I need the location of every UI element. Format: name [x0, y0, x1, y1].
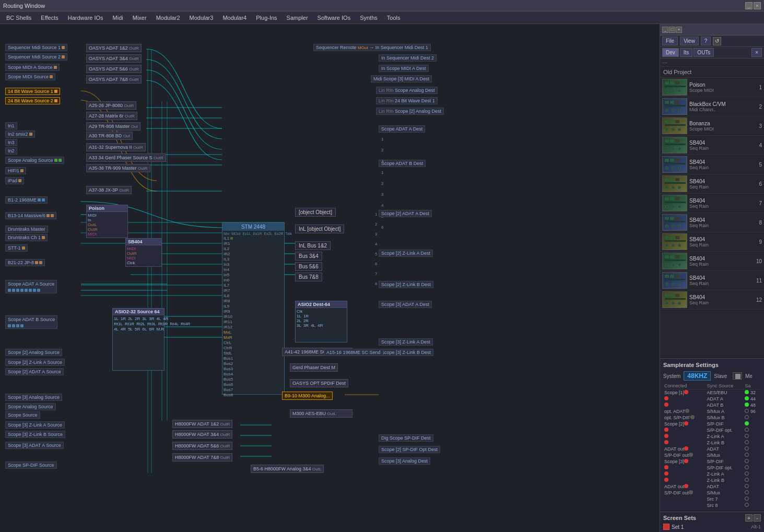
slave-toggle[interactable] — [733, 372, 742, 380]
close-panel-btn[interactable]: × — [751, 48, 762, 57]
sync-source-7[interactable]: Z-Link A — [706, 433, 744, 440]
menu-modular3[interactable]: Modular3 — [185, 14, 218, 22]
scope-adat-b-source[interactable]: Scope ADAT B Source — [5, 315, 57, 329]
sync-source-8[interactable]: Z-Link B — [706, 440, 744, 446]
scope2-adat-a-source[interactable]: Scope [2] ADAT A Source — [5, 368, 64, 375]
menu-plug-ins[interactable]: Plug-Ins — [252, 14, 281, 22]
sync-source-13[interactable]: Z-Link A — [706, 471, 744, 477]
m300-aes-ebu[interactable]: M300 AES-EBU OutL — [290, 409, 352, 418]
sync-source-10[interactable]: S/Mux — [706, 452, 744, 458]
device-item-7[interactable]: SB404Seq Rain8 — [660, 213, 764, 232]
a30-tr808-bd[interactable]: A30 TR-808 BD Out — [86, 132, 133, 140]
sync-radio-11[interactable] — [745, 459, 749, 463]
sync-radio-7[interactable] — [745, 434, 749, 438]
menu-effects[interactable]: Effects — [37, 14, 62, 22]
h8000fw-adat-7-8[interactable]: H8000FW ADAT 7&8 OutR — [172, 453, 232, 462]
sync-source-16[interactable]: S/Mux — [706, 490, 744, 496]
sync-radio-10[interactable] — [745, 453, 749, 457]
scope3-zlink-b-source[interactable]: Scope [3] Z-Link B Source — [5, 431, 65, 438]
a35-36-tr909[interactable]: A35-36 TR-909 Master OutR — [86, 164, 150, 172]
sync-radio-14[interactable] — [745, 478, 749, 482]
a27-28-matrix-6r[interactable]: A27-28 Matrix 6r OutR — [86, 112, 137, 120]
in-scope-midi-a-dest[interactable]: In Scope MIDI A Dest — [379, 65, 429, 72]
asio2-32-source[interactable]: ASIO2-32 Source 64 1L1R2L2R3L3R4L4R Rt1L… — [112, 308, 164, 371]
stm-2448-module[interactable]: STM 2448 MinMOutEx1LEx1REx2LEx2RTalk IL1… — [222, 222, 285, 395]
ipad-source[interactable]: iPad — [5, 177, 24, 184]
in1-source[interactable]: In1 — [5, 122, 17, 129]
drumtraks-master-source[interactable]: Drumtraks Master — [5, 226, 48, 233]
menu-software-ios[interactable]: Software IOs — [313, 14, 355, 22]
b13-14-massive-source[interactable]: B13-14 Massive/6 — [5, 212, 56, 219]
sync-radio-8[interactable] — [745, 440, 749, 444]
scope-midi-a-source[interactable]: Scope MIDI A Source — [5, 64, 60, 71]
sync-radio-18[interactable] — [745, 503, 749, 507]
scope2-zlink-a-source[interactable]: Scope [2] Z-Link A Source — [5, 359, 65, 366]
oasys-adat-5-6[interactable]: OASYS ADAT 5&6 OutR — [86, 65, 142, 73]
gerd-phaser-dest[interactable]: Gerd Phaser Dest M — [290, 363, 338, 372]
sync-source-15[interactable]: ADAT — [706, 483, 744, 490]
sync-source-17[interactable]: Src 7 — [706, 496, 744, 502]
right-close-btn[interactable]: × — [676, 27, 682, 33]
sync-radio-3[interactable] — [745, 409, 749, 413]
menu-modular4[interactable]: Modular4 — [218, 14, 251, 22]
sync-radio-12[interactable] — [745, 465, 749, 469]
menu-tools[interactable]: Tools — [383, 14, 405, 22]
sync-source-0[interactable]: AES/EBU — [706, 389, 744, 396]
scope2-spdif-opt-dest[interactable]: Scope [2] SP-DIF Opt Dest — [379, 446, 440, 453]
sb404-module-1[interactable]: SB404 MIDI OutR MIDI Clck — [125, 238, 162, 267]
24-bit-wave-dest-1[interactable]: Lin RIn 24 Bit Wave Dest 1 — [376, 97, 438, 104]
oasys-adat-3-4[interactable]: OASYS ADAT 3&4 OutR — [86, 54, 142, 63]
drumtraks-ch1-source[interactable]: Drumtraks Ch 1 — [5, 234, 48, 241]
h8000fw-adat-5-6[interactable]: H8000FW ADAT 5&6 OutR — [172, 442, 232, 450]
routing-area[interactable]: Sequencer Midi Source 1 Sequencer Midi S… — [0, 24, 660, 532]
sync-radio-6[interactable] — [745, 428, 749, 432]
scope-analog-source[interactable]: Scope Analog Source — [5, 157, 64, 164]
scope2-zlink-b-dest[interactable]: Scope [2] Z-Link B Dest — [379, 281, 433, 288]
device-item-4[interactable]: SB404Seq Rain5 — [660, 155, 764, 174]
a25-26-jp8080[interactable]: A25-26 JP-8080 OutR — [86, 101, 136, 110]
right-minimize-btn[interactable]: _ — [662, 27, 668, 33]
scope3-zlink-a-dest[interactable]: Scope [3] Z-Link A Dest — [379, 338, 433, 346]
a33-34-gerd-phaser[interactable]: A33 34 Gerd Phaser Source S OutR — [86, 153, 166, 162]
in3-source[interactable]: In3 — [5, 139, 17, 146]
b21-22-jp8-source[interactable]: B21-22 JP-8 — [5, 259, 45, 266]
bus-5-6[interactable]: Bus 5&6 — [295, 262, 322, 271]
bus-7-8[interactable]: Bus 7&8 — [295, 273, 322, 281]
device-item-3[interactable]: SB404Seq Rain4 — [660, 136, 764, 155]
a37-38-jx3p[interactable]: A37-38 JX-3P OutR — [86, 186, 132, 194]
sync-source-12[interactable]: S/P-DIF opt. — [706, 465, 744, 471]
scope-spdif-dest[interactable]: Dig Scope SP-DIF Dest — [379, 434, 433, 442]
oasys-adat-1-2[interactable]: OASYS ADAT 1&2 OutR — [86, 44, 142, 52]
h8000fw-adat-1-2[interactable]: H8000FW ADAT 1&2 OutR — [172, 420, 232, 428]
sequencer-midi-source-1[interactable]: Sequencer Midi Source 1 — [5, 44, 67, 51]
midi-scope3-midi-a-dest[interactable]: Midi Scope [3] MIDI A Dest — [371, 75, 432, 82]
sync-source-6[interactable]: S/P-DIF opt. — [706, 427, 744, 433]
sync-source-14[interactable]: Z-Link B — [706, 477, 744, 483]
sync-source-9[interactable]: ADAT — [706, 446, 744, 452]
sync-source-11[interactable]: S/P-DIF — [706, 458, 744, 465]
sync-radio-17[interactable] — [745, 496, 749, 501]
file-button[interactable]: File — [662, 37, 678, 45]
xite-phones[interactable]: [object Object] — [295, 208, 336, 217]
asio2-dest[interactable]: ASIO2 Dest-64 Clk 1L1R 2L2R 3L3R4L4R — [295, 301, 347, 342]
sync-radio-15[interactable] — [745, 484, 749, 488]
a29-tr808-master[interactable]: A29 TR-808 Master Out — [86, 122, 140, 131]
menu-bc-shells[interactable]: BC Shells — [2, 14, 36, 22]
device-list[interactable]: PoisonScope MIDI1 BlackBox C/VMMidi Chan… — [660, 78, 764, 358]
device-item-8[interactable]: SB404Seq Rain9 — [660, 232, 764, 252]
bus-1-2[interactable]: InL Bus 1&2 — [295, 241, 331, 250]
a31-32-supernova[interactable]: A31-32 Supernova II OutR — [86, 143, 146, 151]
scope3-analog-dest[interactable]: Scope [3] Analog Dest — [379, 457, 430, 465]
scope-adat-a-dest[interactable]: Scope ADAT A Dest — [379, 125, 425, 133]
scope3-zlink-a-source[interactable]: Scope [3] Z-Link A Source — [5, 421, 65, 429]
in2-source[interactable]: In2 — [5, 147, 17, 155]
scope3-adat-a-dest[interactable]: Scope [3] ADAT A Dest — [379, 301, 432, 308]
poison-module[interactable]: Poison MIDI In OutL OutR MIDI — [86, 205, 128, 238]
kh-dest[interactable]: InL [object Object] — [295, 224, 344, 233]
tab-outs[interactable]: OUTs — [694, 48, 714, 57]
right-maximize-btn[interactable]: □ — [669, 27, 675, 33]
in-sequencer-midi-dest-2[interactable]: In Sequencer Midi Dest 2 — [379, 54, 437, 62]
h8000fw-adat-3-4[interactable]: H8000FW ADAT 3&4 OutR — [172, 430, 232, 439]
minimize-button[interactable]: _ — [745, 2, 753, 9]
sync-radio-9[interactable] — [745, 446, 749, 451]
